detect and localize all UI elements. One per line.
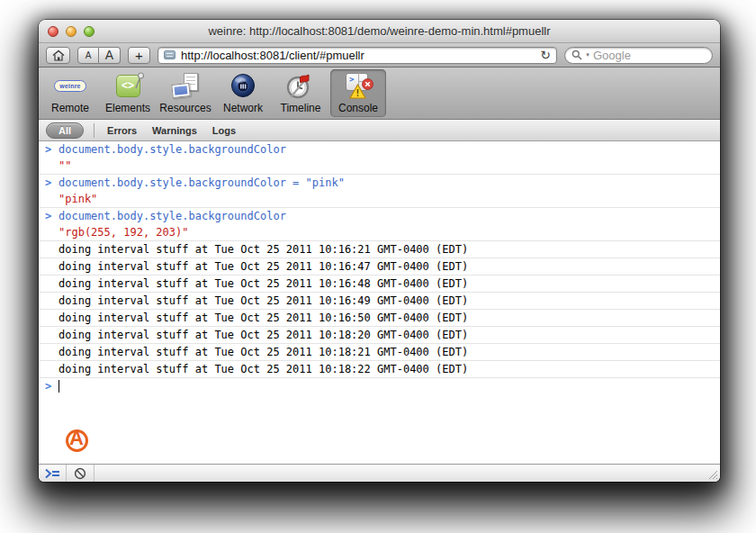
log-text: doing interval stuff at Tue Oct 25 2011 … [58,258,468,275]
console-log-row[interactable]: doing interval stuff at Tue Oct 25 2011 … [39,258,720,275]
console-log-entry: doing interval stuff at Tue Oct 25 2011 … [39,344,720,361]
window-titlebar[interactable]: weinre: http://localhost:8081/demo/weinr… [39,20,720,43]
result-text: "rgb(255, 192, 203)" [58,224,189,240]
increase-text-size-button[interactable]: A [99,47,121,64]
toolbar-item-label: Console [338,102,378,114]
reload-icon[interactable]: ↻ [540,49,551,61]
resize-grip[interactable] [706,468,718,480]
console-command-entry: >document.body.style.backgroundColor = "… [39,175,720,208]
decrease-text-size-button[interactable]: A [77,47,99,64]
command-text: document.body.style.backgroundColor [58,208,286,224]
address-bar[interactable]: ↻ [158,47,557,64]
console-command-entry: >document.body.style.backgroundColor"" [39,141,720,175]
toolbar-item-network[interactable]: Network [215,69,271,117]
log-text: doing interval stuff at Tue Oct 25 2011 … [58,241,468,257]
new-tab-button[interactable]: + [128,47,150,64]
search-options-caret-icon[interactable]: ▼ [585,52,590,58]
home-button[interactable] [46,47,70,64]
toolbar-item-label: Timeline [281,102,321,114]
toolbar-item-label: Elements [105,102,150,114]
command-prompt-arrow: > [39,141,58,158]
show-console-icon [45,468,60,479]
console-log-row[interactable]: doing interval stuff at Tue Oct 25 2011 … [39,293,720,309]
command-prompt-arrow: > [39,175,58,191]
console-command-row[interactable]: >document.body.style.backgroundColor = "… [39,175,720,191]
filter-errors[interactable]: Errors [104,123,140,138]
console-log-row[interactable]: doing interval stuff at Tue Oct 25 2011 … [39,310,720,326]
log-text: doing interval stuff at Tue Oct 25 2011 … [58,276,468,292]
toolbar-item-icon-wrap: > ! [340,70,376,101]
console-output[interactable]: A >document.body.style.backgroundColor""… [39,141,720,464]
console-log-entry: doing interval stuff at Tue Oct 25 2011 … [39,276,720,293]
weinre-page-logo: A [66,428,91,453]
toolbar-item-icon-wrap [225,70,261,101]
console-icon: > ! [344,73,373,98]
toolbar-item-console[interactable]: > ! Console [330,69,386,117]
console-log-row[interactable]: doing interval stuff at Tue Oct 25 2011 … [39,276,720,292]
console-filter-bar: AllErrorsWarningsLogs [39,120,720,141]
text-cursor [58,380,59,393]
logo-letter: A [69,427,84,450]
console-prompt-row[interactable]: > [39,378,720,394]
log-text: doing interval stuff at Tue Oct 25 2011 … [58,310,468,326]
toolbar-item-label: Resources [159,102,211,114]
console-log-row[interactable]: doing interval stuff at Tue Oct 25 2011 … [39,327,720,343]
console-log-entry: doing interval stuff at Tue Oct 25 2011 … [39,258,720,276]
console-command-row[interactable]: >document.body.style.backgroundColor [39,208,720,224]
console-result-row[interactable]: "pink" [39,191,720,207]
filter-all[interactable]: All [46,122,84,139]
browser-toolbar: A A + ↻ ▼ [39,43,720,68]
search-icon [572,50,582,60]
zoom-window-button[interactable] [84,26,94,37]
text-size-segment: A A [77,47,121,64]
show-console-button[interactable] [39,465,67,482]
command-prompt-arrow: > [39,208,58,224]
console-log-row[interactable]: doing interval stuff at Tue Oct 25 2011 … [39,361,720,377]
screen: { "window": { "title": "weinre: http://l… [0,0,756,533]
window-title: weinre: http://localhost:8081/demo/weinr… [208,24,550,38]
page-favicon [164,50,176,59]
toolbar-item-resources[interactable]: Resources [158,69,213,117]
toolbar-item-icon-wrap: <> [110,70,146,101]
console-log-row[interactable]: doing interval stuff at Tue Oct 25 2011 … [39,344,720,360]
result-text: "" [58,158,71,174]
clear-console-icon [74,467,86,480]
clear-console-button[interactable] [67,465,94,482]
console-command-row[interactable]: >document.body.style.backgroundColor [39,141,720,158]
filter-separator [94,123,94,138]
minimize-window-button[interactable] [66,26,76,37]
console-prompt-arrow: > [39,378,58,394]
toolbar-item-label: Remote [51,102,89,114]
svg-text:!: ! [356,88,359,98]
weinre-toolbar: weinreRemote<> Elements Resources Networ… [39,68,720,120]
search-bar[interactable]: ▼ [564,47,713,64]
console-command-entry: >document.body.style.backgroundColor"rgb… [39,208,720,241]
console-result-row[interactable]: "" [39,158,720,174]
browser-window: weinre: http://localhost:8081/demo/weinr… [39,20,720,482]
toolbar-item-timeline[interactable]: Timeline [273,69,328,117]
network-icon [230,73,256,98]
toolbar-item-icon-wrap [283,70,319,101]
filter-logs[interactable]: Logs [210,123,238,138]
result-text: "pink" [58,191,97,207]
console-result-row[interactable]: "rgb(255, 192, 203)" [39,224,720,240]
console-log-entry: doing interval stuff at Tue Oct 25 2011 … [39,327,720,344]
toolbar-item-label: Network [223,102,263,114]
console-log-entry: doing interval stuff at Tue Oct 25 2011 … [39,241,720,258]
log-text: doing interval stuff at Tue Oct 25 2011 … [58,293,468,309]
close-window-button[interactable] [48,26,58,37]
console-log-entry: doing interval stuff at Tue Oct 25 2011 … [39,361,720,378]
filter-warnings[interactable]: Warnings [149,123,200,138]
log-text: doing interval stuff at Tue Oct 25 2011 … [58,327,468,343]
status-bar [39,464,720,482]
command-text: document.body.style.backgroundColor = "p… [58,175,345,191]
home-icon [52,50,65,61]
console-log-row[interactable]: doing interval stuff at Tue Oct 25 2011 … [39,241,720,257]
url-input[interactable] [181,49,535,62]
toolbar-item-elements[interactable]: <> Elements [100,69,156,117]
toolbar-item-icon-wrap [167,70,203,101]
console-log-entry: doing interval stuff at Tue Oct 25 2011 … [39,310,720,327]
log-text: doing interval stuff at Tue Oct 25 2011 … [58,344,468,360]
toolbar-item-remote[interactable]: weinreRemote [42,69,98,117]
search-input[interactable] [593,49,706,62]
